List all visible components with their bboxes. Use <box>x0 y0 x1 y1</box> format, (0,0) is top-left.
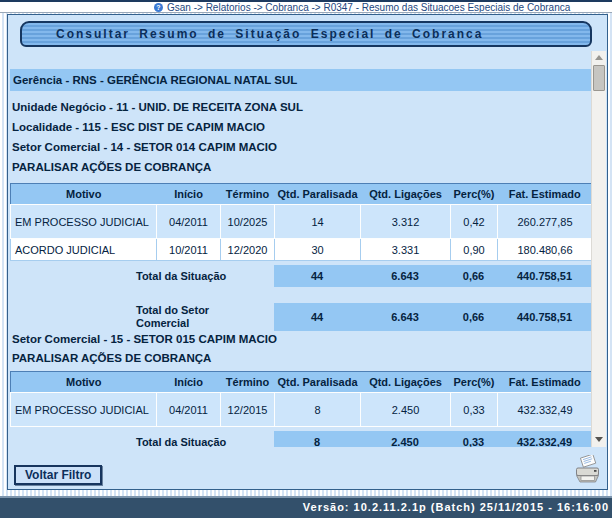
cell-motivo: ACORDO JUDICIAL <box>11 239 157 261</box>
cell-qtd-paralisada: 8 <box>275 393 361 427</box>
col-termino: Término <box>221 184 275 205</box>
cell-qtd-ligacoes: 3.312 <box>361 205 451 239</box>
report-table-setor-14: Motivo Início Término Qtd. Paralisada Qt… <box>10 183 592 261</box>
breadcrumb-bar: ? Gsan -> Relatorios -> Cobranca -> R034… <box>0 0 612 13</box>
total-qtd-paralisada: 44 <box>274 311 360 323</box>
cell-qtd-paralisada: 14 <box>275 205 361 239</box>
col-qtd-ligacoes: Qtd. Ligações <box>361 372 451 393</box>
total-fat-estimado: 440.758,51 <box>497 311 592 323</box>
unidade-negocio-label: Unidade Negócio - 11 - UNID. DE RECEITA … <box>10 97 592 117</box>
situacao-label: PARALISAR AÇÕES DE COBRANÇA <box>10 349 592 369</box>
report-content: Gerência - RNS - GERÊNCIA REGIONAL NATAL… <box>10 55 592 447</box>
total-qtd-ligacoes: 2.450 <box>360 436 450 447</box>
voltar-filtro-button[interactable]: Voltar Filtro <box>14 465 102 485</box>
cell-fat-estimado: 432.332,49 <box>498 393 593 427</box>
localidade-label: Localidade - 115 - ESC DIST DE CAPIM MAC… <box>10 117 592 137</box>
total-situacao-row: Total da Situação 44 6.643 0,66 440.758,… <box>10 265 592 287</box>
table-header-row: Motivo Início Término Qtd. Paralisada Qt… <box>11 372 593 393</box>
col-motivo: Motivo <box>11 372 157 393</box>
col-perc: Perc(%) <box>451 372 498 393</box>
total-qtd-ligacoes: 6.643 <box>360 270 450 282</box>
total-qtd-paralisada: 44 <box>274 270 360 282</box>
table-row: EM PROCESSO JUDICIAL 04/2011 10/2025 14 … <box>11 205 593 239</box>
vertical-scrollbar[interactable] <box>591 51 606 447</box>
cell-termino: 10/2025 <box>221 205 275 239</box>
setor-comercial-14-label: Setor Comercial - 14 - SETOR 014 CAPIM M… <box>10 137 592 157</box>
total-setor-row: Total do Setor Comercial 44 6.643 0,66 4… <box>10 303 592 331</box>
version-label: Versão: 10.2.11.2.1p (Batch) 25/11/2015 … <box>303 501 609 513</box>
page-title: Consultar Resumo de Situação Especial de… <box>20 21 592 47</box>
total-situacao-row: Total da Situação 8 2.450 0,33 432.332,4… <box>10 431 592 447</box>
report-table-setor-15: Motivo Início Término Qtd. Paralisada Qt… <box>10 371 592 427</box>
col-perc: Perc(%) <box>451 184 498 205</box>
col-termino: Término <box>221 372 275 393</box>
printer-icon[interactable] <box>574 455 602 487</box>
total-fat-estimado: 440.758,51 <box>497 270 592 282</box>
situacao-label: PARALISAR AÇÕES DE COBRANÇA <box>10 157 592 177</box>
total-situacao-label: Total da Situação <box>136 270 248 283</box>
total-qtd-paralisada: 8 <box>274 436 360 447</box>
cell-inicio: 04/2011 <box>157 393 221 427</box>
report-frame: Consultar Resumo de Situação Especial de… <box>7 14 608 490</box>
col-qtd-paralisada: Qtd. Paralisada <box>275 184 361 205</box>
scroll-down-arrow[interactable] <box>592 433 606 446</box>
total-perc: 0,66 <box>450 311 497 323</box>
col-inicio: Início <box>157 184 221 205</box>
col-qtd-paralisada: Qtd. Paralisada <box>275 372 361 393</box>
col-inicio: Início <box>157 372 221 393</box>
cell-termino: 12/2020 <box>221 239 275 261</box>
table-row: ACORDO JUDICIAL 10/2011 12/2020 30 3.331… <box>11 239 593 261</box>
total-fat-estimado: 432.332,49 <box>497 436 592 447</box>
cell-perc: 0,90 <box>451 239 498 261</box>
total-situacao-label: Total da Situação <box>136 436 248 448</box>
cell-inicio: 04/2011 <box>157 205 221 239</box>
total-setor-label: Total do Setor Comercial <box>136 304 248 330</box>
col-motivo: Motivo <box>11 184 157 205</box>
col-fat-estimado: Fat. Estimado <box>498 372 593 393</box>
cell-perc: 0,33 <box>451 393 498 427</box>
col-qtd-ligacoes: Qtd. Ligações <box>361 184 451 205</box>
breadcrumb: Gsan -> Relatorios -> Cobranca -> R0347 … <box>167 2 570 13</box>
cell-motivo: EM PROCESSO JUDICIAL <box>11 205 157 239</box>
cell-fat-estimado: 260.277,85 <box>498 205 593 239</box>
gerencia-header: Gerência - RNS - GERÊNCIA REGIONAL NATAL… <box>10 69 592 91</box>
footer-bar: Versão: 10.2.11.2.1p (Batch) 25/11/2015 … <box>0 496 612 518</box>
cell-qtd-ligacoes: 3.331 <box>361 239 451 261</box>
cell-motivo: EM PROCESSO JUDICIAL <box>11 393 157 427</box>
setor-comercial-15-label: Setor Comercial - 15 - SETOR 015 CAPIM M… <box>10 331 592 349</box>
table-row: EM PROCESSO JUDICIAL 04/2011 12/2015 8 2… <box>11 393 593 427</box>
scroll-up-arrow[interactable] <box>592 51 606 64</box>
cell-perc: 0,42 <box>451 205 498 239</box>
scrollbar-thumb[interactable] <box>593 65 605 91</box>
table-header-row: Motivo Início Término Qtd. Paralisada Qt… <box>11 184 593 205</box>
total-perc: 0,33 <box>450 436 497 447</box>
cell-termino: 12/2015 <box>221 393 275 427</box>
col-fat-estimado: Fat. Estimado <box>498 184 593 205</box>
total-qtd-ligacoes: 6.643 <box>360 311 450 323</box>
cell-fat-estimado: 180.480,66 <box>498 239 593 261</box>
cell-qtd-ligacoes: 2.450 <box>361 393 451 427</box>
total-perc: 0,66 <box>450 270 497 282</box>
help-icon[interactable]: ? <box>154 3 163 12</box>
cell-qtd-paralisada: 30 <box>275 239 361 261</box>
cell-inicio: 10/2011 <box>157 239 221 261</box>
